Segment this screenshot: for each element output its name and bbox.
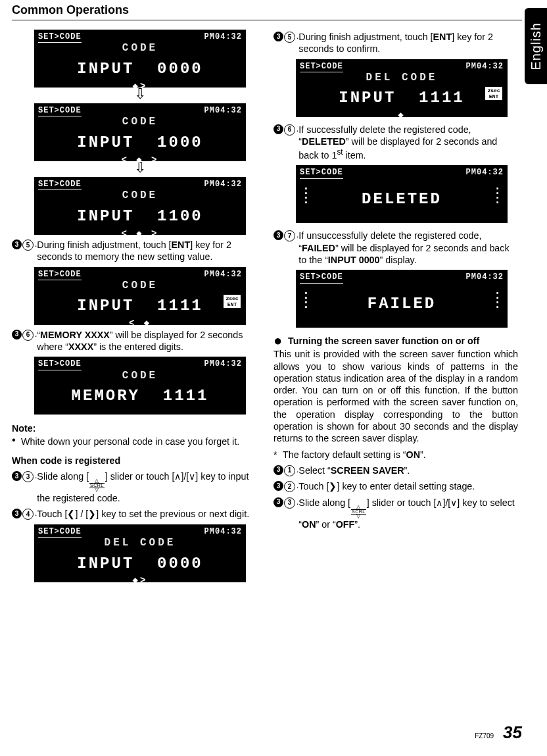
lcd-main: INPUT 1100 [38, 207, 242, 227]
ent-key: ENT [172, 239, 191, 250]
section-header: Common Operations [12, 3, 522, 17]
t: FAILED [302, 243, 335, 253]
page-footer: FZ709 35 [475, 722, 522, 743]
step-badge: 34. [12, 508, 37, 520]
lcd-screen: SET>CODE PM04:32 DEL CODE INPUT 1111 ◆ 2… [285, 59, 518, 117]
right-icon: ❯ [88, 509, 96, 519]
step-3-7: 37. If unsuccessfully delete the registe… [274, 230, 518, 266]
lcd-screen: SET>CODE PM04:32 :: :: DELETED [285, 165, 518, 223]
lcd-subtitle: DEL CODE [38, 536, 242, 549]
lcd-dots-icon: :: [494, 186, 501, 205]
step-text: If successfully delete the registered co… [298, 124, 518, 162]
t: ”. [354, 519, 360, 530]
subheading-when-registered: When code is registered [12, 455, 256, 466]
lcd-main: DELETED [300, 189, 504, 210]
t: ]/[ [442, 497, 450, 508]
t: INPUT 0000 [328, 255, 380, 265]
step-badge: 37. [274, 230, 298, 266]
t: Touch [ [298, 481, 329, 491]
t: SCREEN SAVER [331, 465, 404, 476]
step-3-3: 33. Slide along [△SCRL▽] slider or touch… [12, 470, 256, 504]
lcd-screen: SET>CODE PM04:32 CODE MEMORY 1111 [24, 357, 256, 415]
note-text: White down your personal code in case yo… [21, 436, 256, 447]
t: ] / [ [75, 509, 88, 519]
note-heading: Note: [12, 422, 256, 434]
lcd-dots-icon: :: [302, 186, 310, 205]
default-note: * The factory default setting is “ON”. [274, 449, 518, 461]
lcd-nav: < ◆ > [38, 228, 242, 240]
lcd-top-right: PM04:32 [466, 272, 504, 283]
language-tab-label: English [529, 22, 544, 70]
t: MEMORY XXXX [40, 330, 110, 340]
step-3-4: 34. Touch [❮] / [❯] key to set the previ… [12, 508, 256, 520]
scrl-slider-icon: △SCRL▽ [351, 505, 366, 518]
header-rule [12, 20, 522, 20]
t: Slide along [ [298, 497, 350, 508]
lcd-main: INPUT 1111 [38, 296, 242, 316]
step-3-5: 35. During finish adjustment, touch [ENT… [274, 31, 518, 55]
t: During finish adjustment, touch [ [37, 239, 171, 250]
step-text: During finish adjustment, touch [ENT] ke… [37, 239, 256, 263]
language-tab: English [525, 8, 547, 84]
lcd-screen: SET>CODE PM04:32 DEL CODE INPUT 0000 ◆> [24, 524, 256, 582]
lcd-main: INPUT 0000 [38, 554, 242, 574]
step-badge: 32. [274, 480, 298, 492]
down-icon: ∨ [189, 471, 195, 482]
up-icon: ∧ [436, 497, 442, 508]
right-icon: ❯ [329, 481, 337, 491]
t: ” or “ [316, 519, 336, 530]
model-code: FZ709 [475, 732, 494, 740]
page-number: 35 [503, 722, 522, 743]
t: ”. [420, 449, 426, 460]
lcd-screen: SET>CODE PM04:32 CODE INPUT 1100 < ◆ > [24, 177, 256, 235]
t: ] key to set the previous or next digit. [96, 509, 249, 519]
step-text: Touch [❯] key to enter detail setting st… [298, 480, 518, 492]
down-icon: ∨ [450, 497, 457, 508]
lcd-main: FAILED [300, 294, 504, 315]
lcd-main: INPUT 1000 [38, 133, 242, 153]
t: ” display. [380, 255, 417, 265]
lcd-main: INPUT 1111 [300, 88, 504, 109]
lcd-main: MEMORY 1111 [38, 386, 242, 407]
lcd-subtitle: CODE [38, 369, 242, 382]
step-text: “MEMORY XXXX” will be displayed for 2 se… [37, 329, 256, 353]
ent-2sec-badge: 2sec ENT [224, 295, 241, 308]
t: ] slider or touch [ [105, 471, 175, 482]
t: The factory default setting is “ON”. [283, 449, 426, 461]
step-badge: 35. [12, 239, 37, 263]
left-column: SET>CODE PM04:32 CODE INPUT 0000 ◆> ⇩ SE… [12, 27, 256, 585]
step-3-5: 35. During finish adjustment, touch [ENT… [12, 239, 256, 263]
lcd-nav: ◆> [38, 575, 242, 587]
body-paragraph: This unit is provided with the screen sa… [274, 348, 518, 444]
lcd-nav: ◆> [38, 81, 242, 93]
lcd-dots-icon: :: [302, 291, 310, 309]
step-3-6: 36. “MEMORY XXXX” will be displayed for … [12, 329, 256, 353]
step-badge: 36. [274, 124, 298, 162]
ent-key: ENT [433, 32, 452, 42]
lcd-subtitle: CODE [38, 41, 242, 55]
step-text: Select “SCREEN SAVER”. [298, 465, 518, 476]
lcd-main: INPUT 0000 [38, 59, 242, 80]
step-text: If unsuccessfully delete the registered … [298, 230, 518, 266]
topic-text: Turning the screen saver function on or … [288, 336, 518, 347]
t: item. [343, 150, 366, 161]
lcd-nav: < ◆ [38, 318, 242, 330]
t: ] key to enter detail setting stage. [337, 481, 475, 491]
t: ” is the entered digits. [93, 341, 183, 352]
step-text: Slide along [△SCRL▽] slider or touch [∧]… [298, 497, 518, 530]
up-icon: ∧ [174, 471, 181, 482]
lcd-nav: ◆ [300, 110, 504, 122]
step-text: Slide along [△SCRL▽] slider or touch [∧]… [37, 470, 256, 504]
lcd-top-left: SET>CODE [300, 272, 343, 283]
lcd-screen: SET>CODE PM04:32 CODE INPUT 1000 < ◆ > ⇩ [24, 103, 256, 174]
t: OFF [336, 519, 355, 530]
ent-2sec-badge: 2sec ENT [485, 87, 502, 100]
t: ”. [404, 465, 410, 476]
step-text: Touch [❮] / [❯] key to set the previous … [37, 508, 256, 520]
right-column: 35. During finish adjustment, touch [ENT… [274, 27, 518, 585]
lcd-subtitle: CODE [38, 115, 242, 128]
note-bullet: • White down your personal code in case … [12, 436, 256, 447]
lcd-nav: < ◆ > [38, 155, 242, 166]
step-badge: 31. [274, 465, 298, 476]
t: DELETED [302, 136, 346, 147]
